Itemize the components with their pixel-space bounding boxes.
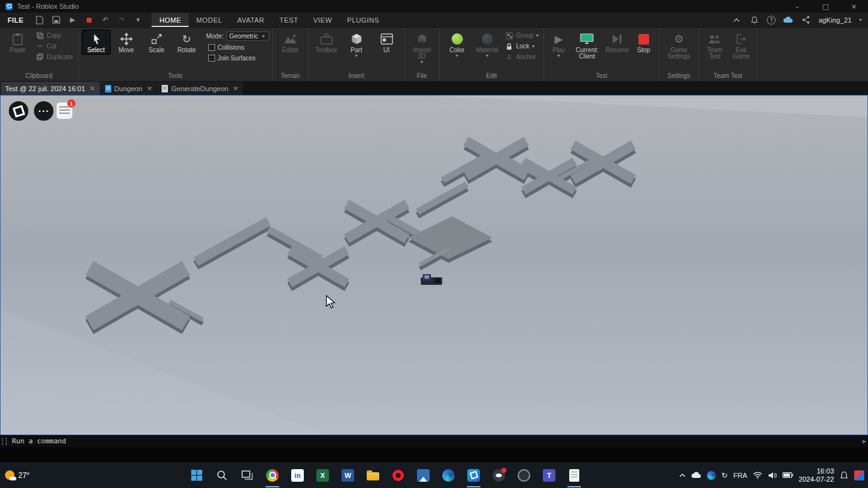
doc-tab-dungeon[interactable]: Dungeon × <box>101 82 157 95</box>
task-view-button[interactable] <box>235 462 260 488</box>
start-button[interactable] <box>184 462 209 488</box>
team-test-button[interactable]: Team Test <box>702 30 727 61</box>
taskbar-app-dark[interactable] <box>511 462 537 488</box>
tab-test[interactable]: TEST <box>272 13 306 27</box>
desktop-strip <box>0 447 868 462</box>
command-bar: ▸ <box>0 435 868 447</box>
chat-button[interactable]: 1 <box>57 103 72 119</box>
help-icon[interactable]: ? <box>767 16 776 25</box>
sync-icon[interactable]: ↻ <box>721 471 728 480</box>
stop-record-icon[interactable]: ■ <box>84 16 94 23</box>
search-button[interactable] <box>209 462 235 488</box>
battery-icon[interactable] <box>782 472 793 478</box>
exit-game-button[interactable]: Exit Game <box>728 30 754 61</box>
copy-button[interactable]: Copy <box>33 31 75 40</box>
taskbar-roblox-studio[interactable] <box>461 462 486 488</box>
tab-avatar[interactable]: AVATAR <box>230 13 272 27</box>
taskbar-opera[interactable] <box>386 462 411 488</box>
new-document-icon[interactable] <box>35 16 45 25</box>
cloud-sync-icon[interactable] <box>783 15 793 25</box>
part-button[interactable]: Part ▾ <box>342 30 371 59</box>
drag-handle-icon[interactable] <box>2 438 7 445</box>
hidden-icons-chevron-icon[interactable] <box>679 474 686 477</box>
close-tab-icon[interactable]: × <box>233 84 238 92</box>
file-menu-button[interactable]: FILE <box>0 16 31 24</box>
taskbar-excel[interactable]: X <box>310 462 335 488</box>
rotate-tool-button[interactable]: ↻ Rotate <box>172 30 201 55</box>
terrain-editor-icon <box>282 31 299 47</box>
play-button[interactable]: ▶ Play ▾ <box>547 30 570 59</box>
current-client-button[interactable]: Current: Client <box>571 30 603 61</box>
clock[interactable]: 16:03 2024-07-22 <box>799 467 834 484</box>
taskbar-discord[interactable] <box>486 462 511 488</box>
paste-button[interactable]: Paste <box>3 30 32 55</box>
toolbox-button[interactable]: Toolbox <box>312 30 341 55</box>
share-icon[interactable] <box>801 15 811 25</box>
doc-tab-generatedungeon[interactable]: GenerateDungeon × <box>157 82 243 95</box>
title-bar: Test - Roblox Studio – □ × <box>0 0 868 13</box>
terrain-editor-button[interactable]: Editor <box>276 30 305 55</box>
taskbar-photos[interactable] <box>411 462 436 488</box>
volume-icon[interactable] <box>768 472 777 479</box>
taskbar-notepad[interactable] <box>562 462 587 488</box>
color-button[interactable]: Color ▾ <box>443 30 472 59</box>
resume-button[interactable]: Resume <box>604 30 630 55</box>
doc-tab-test-session[interactable]: Test @ 22 juil. 2024 16:01 × <box>1 82 100 95</box>
anchor-button[interactable]: ⚓ Anchor <box>503 53 541 61</box>
taskbar-chrome[interactable] <box>260 462 285 488</box>
username-label[interactable]: agKing_21 <box>818 16 852 24</box>
cut-button[interactable]: ✂ Cut <box>33 42 75 50</box>
maximize-button[interactable]: □ <box>811 0 840 13</box>
edge-tray-icon[interactable] <box>707 471 716 480</box>
onedrive-cloud-icon[interactable] <box>691 472 701 479</box>
roblox-menu-button[interactable] <box>9 101 28 121</box>
taskbar-teams[interactable]: T <box>537 462 562 488</box>
collisions-checkbox[interactable]: Collisions <box>206 43 269 52</box>
minimize-button[interactable]: – <box>783 0 811 13</box>
duplicate-button[interactable]: Duplicate <box>33 53 75 61</box>
group-button[interactable]: Group ▾ <box>503 31 541 40</box>
taskbar-file-explorer[interactable] <box>360 462 386 488</box>
material-button[interactable]: Material ▾ <box>473 30 502 59</box>
close-button[interactable]: × <box>840 0 868 13</box>
redo-icon[interactable]: ↷ <box>116 16 126 24</box>
move-tool-button[interactable]: Move <box>112 30 141 55</box>
tab-view[interactable]: VIEW <box>306 13 340 27</box>
stop-button[interactable]: Stop <box>632 30 655 55</box>
close-tab-icon[interactable]: × <box>89 84 95 92</box>
tray-app-icon[interactable] <box>854 470 864 480</box>
wifi-icon[interactable] <box>753 472 762 479</box>
game-settings-button[interactable]: ⚙ Game Settings <box>662 30 695 61</box>
save-icon[interactable] <box>51 16 61 24</box>
taskbar-linkedin[interactable]: in <box>285 462 310 488</box>
play-quick-icon[interactable]: ▶ <box>67 16 77 24</box>
lock-button[interactable]: Lock ▾ <box>503 42 541 50</box>
document-tab-bar: Test @ 22 juil. 2024 16:01 × Dungeon × G… <box>0 82 868 95</box>
notification-center-icon[interactable] <box>840 471 849 480</box>
undo-icon[interactable]: ↶ <box>100 16 110 24</box>
import-3d-button[interactable]: Import 3D ▾ <box>408 30 436 65</box>
ribbon-group-file: Import 3D ▾ File <box>405 28 440 81</box>
quick-access-caret-icon[interactable]: ▾ <box>133 18 143 22</box>
viewport-3d[interactable]: ··· 1 <box>0 95 868 435</box>
command-input[interactable] <box>7 437 862 445</box>
tab-plugins[interactable]: PLUGINS <box>340 13 387 27</box>
account-caret-icon[interactable]: ▾ <box>859 18 862 22</box>
command-bar-expand-icon[interactable]: ▸ <box>862 437 868 445</box>
toolbox-label: Toolbox <box>315 47 337 53</box>
ui-button[interactable]: UI <box>372 30 401 55</box>
language-indicator[interactable]: FRA <box>733 472 747 479</box>
scale-tool-button[interactable]: Scale <box>142 30 171 55</box>
weather-widget[interactable]: 27° <box>5 462 30 488</box>
select-tool-button[interactable]: Select <box>82 30 111 55</box>
taskbar-word[interactable]: W <box>335 462 360 488</box>
more-options-button[interactable]: ··· <box>34 101 53 121</box>
close-tab-icon[interactable]: × <box>147 84 152 92</box>
join-surfaces-checkbox[interactable]: Join Surfaces <box>206 54 269 62</box>
tab-home[interactable]: HOME <box>152 13 189 27</box>
notifications-bell-icon[interactable] <box>749 15 759 25</box>
taskbar-edge[interactable] <box>436 462 461 488</box>
mode-dropdown[interactable]: Geometric ▾ <box>226 31 269 41</box>
tab-model[interactable]: MODEL <box>189 13 230 27</box>
collapse-ribbon-icon[interactable] <box>732 15 742 25</box>
